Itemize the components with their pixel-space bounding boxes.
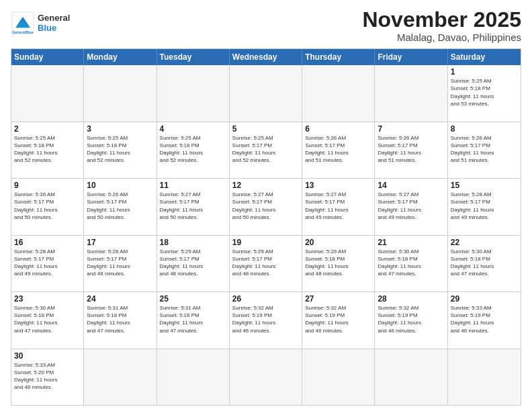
calendar-row: 30Sunrise: 5:33 AM Sunset: 5:20 PM Dayli… [11,349,521,405]
calendar-header-cell: Wednesday [230,49,302,65]
cell-info: Sunrise: 5:33 AM Sunset: 5:20 PM Dayligh… [14,361,81,392]
calendar-cell: 16Sunrise: 5:28 AM Sunset: 5:17 PM Dayli… [11,236,84,291]
cell-info: Sunrise: 5:26 AM Sunset: 5:17 PM Dayligh… [14,191,81,221]
cell-info: Sunrise: 5:33 AM Sunset: 5:19 PM Dayligh… [451,304,518,334]
logo-icon: GeneralBlue [11,11,35,35]
day-number: 6 [305,124,371,134]
calendar-cell: 30Sunrise: 5:33 AM Sunset: 5:20 PM Dayli… [11,349,84,405]
calendar-cell [157,349,230,405]
day-number: 4 [160,124,226,134]
calendar-cell [84,65,157,121]
logo-text: General Blue [38,13,70,33]
calendar-cell [84,349,157,405]
cell-info: Sunrise: 5:30 AM Sunset: 5:18 PM Dayligh… [451,248,518,278]
day-number: 18 [160,238,226,247]
calendar-cell: 5Sunrise: 5:25 AM Sunset: 5:17 PM Daylig… [230,122,302,178]
calendar-cell: 8Sunrise: 5:26 AM Sunset: 5:17 PM Daylig… [448,122,521,178]
cell-info: Sunrise: 5:31 AM Sunset: 5:18 PM Dayligh… [87,304,153,334]
cell-info: Sunrise: 5:26 AM Sunset: 5:17 PM Dayligh… [305,134,371,165]
calendar-cell [375,349,447,405]
calendar-cell [11,65,84,121]
main-title: November 2025 [362,8,521,32]
calendar-cell: 9Sunrise: 5:26 AM Sunset: 5:17 PM Daylig… [11,179,84,234]
cell-info: Sunrise: 5:25 AM Sunset: 5:18 PM Dayligh… [451,77,518,107]
cell-info: Sunrise: 5:29 AM Sunset: 5:17 PM Dayligh… [160,248,226,278]
calendar-row: 9Sunrise: 5:26 AM Sunset: 5:17 PM Daylig… [11,178,521,234]
calendar-cell [157,65,230,121]
header: GeneralBlue General Blue November 2025 M… [11,8,521,43]
cell-info: Sunrise: 5:32 AM Sunset: 5:19 PM Dayligh… [378,304,444,334]
calendar-body: 1Sunrise: 5:25 AM Sunset: 5:18 PM Daylig… [11,65,521,405]
day-number: 16 [14,238,81,247]
calendar-cell: 19Sunrise: 5:29 AM Sunset: 5:17 PM Dayli… [230,236,302,291]
calendar-cell: 21Sunrise: 5:30 AM Sunset: 5:18 PM Dayli… [375,236,447,291]
day-number: 14 [378,181,444,190]
cell-info: Sunrise: 5:30 AM Sunset: 5:18 PM Dayligh… [378,248,444,278]
calendar-cell: 20Sunrise: 5:29 AM Sunset: 5:18 PM Dayli… [302,236,375,291]
day-number: 20 [305,238,371,247]
day-number: 15 [451,181,518,190]
calendar-cell: 12Sunrise: 5:27 AM Sunset: 5:17 PM Dayli… [230,179,302,234]
calendar-header-cell: Sunday [11,49,84,65]
day-number: 9 [14,181,81,190]
cell-info: Sunrise: 5:31 AM Sunset: 5:18 PM Dayligh… [160,304,226,334]
day-number: 2 [14,124,81,134]
logo: GeneralBlue General Blue [11,11,70,35]
calendar-row: 23Sunrise: 5:30 AM Sunset: 5:18 PM Dayli… [11,291,521,348]
day-number: 17 [87,238,153,247]
day-number: 8 [451,124,518,134]
cell-info: Sunrise: 5:27 AM Sunset: 5:17 PM Dayligh… [305,191,371,221]
calendar-row: 2Sunrise: 5:25 AM Sunset: 5:18 PM Daylig… [11,122,521,178]
cell-info: Sunrise: 5:26 AM Sunset: 5:17 PM Dayligh… [451,134,518,165]
calendar-cell: 29Sunrise: 5:33 AM Sunset: 5:19 PM Dayli… [448,292,521,348]
svg-text:GeneralBlue: GeneralBlue [12,30,34,34]
calendar-cell: 28Sunrise: 5:32 AM Sunset: 5:19 PM Dayli… [375,292,447,348]
calendar-cell: 3Sunrise: 5:25 AM Sunset: 5:18 PM Daylig… [84,122,157,178]
calendar-header-cell: Monday [84,49,157,65]
cell-info: Sunrise: 5:32 AM Sunset: 5:19 PM Dayligh… [305,304,371,334]
day-number: 5 [232,124,299,134]
day-number: 11 [160,181,226,190]
cell-info: Sunrise: 5:27 AM Sunset: 5:17 PM Dayligh… [232,191,299,221]
calendar-cell [302,65,375,121]
calendar-header-cell: Tuesday [157,49,230,65]
calendar-cell: 13Sunrise: 5:27 AM Sunset: 5:17 PM Dayli… [302,179,375,234]
calendar-header-cell: Saturday [448,49,521,65]
cell-info: Sunrise: 5:28 AM Sunset: 5:17 PM Dayligh… [451,191,518,221]
cell-info: Sunrise: 5:26 AM Sunset: 5:17 PM Dayligh… [378,134,444,165]
cell-info: Sunrise: 5:28 AM Sunset: 5:17 PM Dayligh… [14,248,81,278]
day-number: 25 [160,294,226,304]
day-number: 27 [305,294,371,304]
cell-info: Sunrise: 5:27 AM Sunset: 5:17 PM Dayligh… [378,191,444,221]
logo-general: General [38,13,70,23]
calendar-cell [375,65,447,121]
cell-info: Sunrise: 5:25 AM Sunset: 5:17 PM Dayligh… [232,134,299,165]
calendar-cell: 6Sunrise: 5:26 AM Sunset: 5:17 PM Daylig… [302,122,375,178]
calendar-cell [302,349,375,405]
day-number: 30 [14,351,81,361]
calendar-cell [448,349,521,405]
calendar: SundayMondayTuesdayWednesdayThursdayFrid… [11,48,521,406]
calendar-header: SundayMondayTuesdayWednesdayThursdayFrid… [11,49,521,65]
day-number: 24 [87,294,153,304]
calendar-cell: 7Sunrise: 5:26 AM Sunset: 5:17 PM Daylig… [375,122,447,178]
calendar-cell: 26Sunrise: 5:32 AM Sunset: 5:19 PM Dayli… [230,292,302,348]
cell-info: Sunrise: 5:32 AM Sunset: 5:19 PM Dayligh… [232,304,299,334]
calendar-row: 16Sunrise: 5:28 AM Sunset: 5:17 PM Dayli… [11,235,521,291]
cell-info: Sunrise: 5:26 AM Sunset: 5:17 PM Dayligh… [87,191,153,221]
calendar-cell: 10Sunrise: 5:26 AM Sunset: 5:17 PM Dayli… [84,179,157,234]
calendar-cell: 23Sunrise: 5:30 AM Sunset: 5:18 PM Dayli… [11,292,84,348]
title-block: November 2025 Malalag, Davao, Philippine… [362,8,521,43]
cell-info: Sunrise: 5:28 AM Sunset: 5:17 PM Dayligh… [87,248,153,278]
cell-info: Sunrise: 5:29 AM Sunset: 5:18 PM Dayligh… [305,248,371,278]
calendar-cell: 27Sunrise: 5:32 AM Sunset: 5:19 PM Dayli… [302,292,375,348]
calendar-cell: 22Sunrise: 5:30 AM Sunset: 5:18 PM Dayli… [448,236,521,291]
cell-info: Sunrise: 5:25 AM Sunset: 5:18 PM Dayligh… [87,134,153,165]
day-number: 13 [305,181,371,190]
day-number: 29 [451,294,518,304]
day-number: 10 [87,181,153,190]
cell-info: Sunrise: 5:25 AM Sunset: 5:18 PM Dayligh… [160,134,226,165]
day-number: 7 [378,124,444,134]
day-number: 23 [14,294,81,304]
day-number: 19 [232,238,299,247]
